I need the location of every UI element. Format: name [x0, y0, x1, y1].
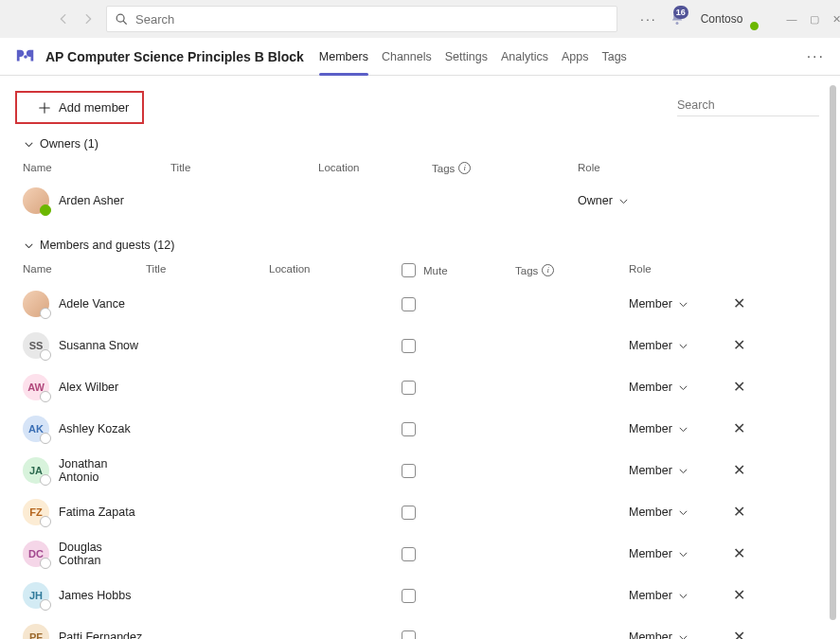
member-name: Fatima Zapata — [59, 506, 135, 519]
col-location: Location — [269, 263, 402, 277]
remove-member-button[interactable]: ✕ — [733, 462, 745, 478]
member-search[interactable] — [677, 98, 819, 116]
tab-tags[interactable]: Tags — [601, 38, 626, 75]
mute-all-checkbox[interactable] — [402, 263, 416, 277]
table-row: SSSusanna Snow Member ✕ — [15, 325, 819, 366]
activity-button[interactable]: 16 — [669, 9, 686, 29]
add-member-button[interactable]: Add member — [15, 91, 144, 124]
svg-point-4 — [27, 51, 31, 55]
table-row: DCDouglas Cothran Member ✕ — [15, 533, 819, 575]
remove-member-button[interactable]: ✕ — [733, 545, 745, 561]
members-section-toggle[interactable]: Members and guests (12) — [15, 239, 819, 252]
role-dropdown[interactable]: Member — [629, 339, 688, 352]
team-header: AP Computer Science Principles B Block M… — [0, 38, 840, 76]
tab-settings[interactable]: Settings — [445, 38, 488, 75]
search-icon — [115, 12, 128, 26]
window-minimize-button[interactable]: — — [786, 14, 796, 25]
tab-channels[interactable]: Channels — [382, 38, 432, 75]
owners-section-toggle[interactable]: Owners (1) — [15, 137, 819, 151]
col-location: Location — [318, 162, 432, 174]
remove-member-button[interactable]: ✕ — [733, 337, 745, 353]
chevron-down-icon — [678, 507, 688, 518]
role-dropdown[interactable]: Member — [629, 589, 688, 602]
remove-member-button[interactable]: ✕ — [733, 379, 745, 395]
col-name: Name — [23, 263, 146, 277]
role-dropdown[interactable]: Member — [629, 464, 688, 477]
mute-checkbox[interactable] — [402, 506, 416, 520]
content-area: Add member Owners (1) Name Title Locatio… — [0, 76, 840, 639]
chevron-down-icon — [678, 632, 688, 640]
avatar: PF — [23, 624, 49, 639]
mute-checkbox[interactable] — [402, 547, 416, 561]
table-row: AWAlex Wilber Member ✕ — [15, 366, 819, 408]
role-dropdown[interactable]: Member — [629, 422, 688, 435]
global-search[interactable] — [106, 6, 617, 32]
chevron-down-icon — [24, 139, 34, 150]
svg-point-2 — [675, 22, 678, 25]
chevron-down-icon — [678, 424, 688, 435]
role-dropdown[interactable]: Member — [629, 506, 688, 519]
col-tags: Tags i — [515, 263, 629, 277]
member-name: Ashley Kozak — [59, 422, 131, 435]
scrollbar[interactable] — [830, 85, 836, 620]
remove-member-button[interactable]: ✕ — [733, 295, 745, 311]
tab-members[interactable]: Members — [319, 38, 368, 75]
member-name: Adele Vance — [59, 297, 125, 311]
avatar — [23, 187, 49, 214]
member-name: Douglas Cothran — [59, 541, 146, 567]
tab-analytics[interactable]: Analytics — [501, 38, 548, 75]
mute-checkbox[interactable] — [402, 422, 416, 436]
owners-columns: Name Title Location Tags i Role — [15, 151, 819, 180]
members-columns: Name Title Location Mute Tags i Role — [15, 252, 819, 283]
team-tabs: MembersChannelsSettingsAnalyticsAppsTags — [319, 38, 627, 75]
tab-apps[interactable]: Apps — [562, 38, 589, 75]
nav-back-button[interactable] — [57, 9, 70, 29]
table-row: AKAshley Kozak Member ✕ — [15, 408, 819, 450]
avatar: JA — [23, 457, 49, 484]
avatar: SS — [23, 332, 49, 359]
mute-checkbox[interactable] — [402, 381, 416, 395]
add-member-label: Add member — [59, 100, 129, 115]
member-name: James Hobbs — [59, 589, 131, 602]
member-name: Jonathan Antonio — [59, 457, 146, 484]
window-controls: — ▢ ✕ — [786, 14, 840, 25]
col-name: Name — [23, 162, 170, 174]
remove-member-button[interactable]: ✕ — [733, 629, 745, 639]
role-dropdown[interactable]: Member — [629, 381, 688, 394]
team-icon — [15, 46, 36, 67]
global-search-input[interactable] — [135, 12, 609, 27]
member-search-input[interactable] — [677, 98, 826, 112]
info-icon[interactable]: i — [542, 264, 554, 276]
more-options-button[interactable]: ··· — [640, 9, 657, 29]
info-icon[interactable]: i — [458, 162, 471, 174]
mute-checkbox[interactable] — [402, 339, 416, 353]
role-dropdown[interactable]: Member — [629, 547, 688, 560]
members-section-title: Members and guests (12) — [40, 239, 174, 252]
svg-point-3 — [21, 51, 25, 55]
avatar: FZ — [23, 499, 49, 525]
remove-member-button[interactable]: ✕ — [733, 587, 745, 603]
mute-checkbox[interactable] — [402, 464, 416, 478]
chevron-left-icon — [57, 12, 70, 26]
role-dropdown[interactable]: Member — [629, 630, 688, 639]
table-row: JHJames Hobbs Member ✕ — [15, 575, 819, 616]
team-overflow-button[interactable]: ··· — [807, 48, 825, 65]
window-close-button[interactable]: ✕ — [832, 14, 840, 25]
avatar: AW — [23, 374, 49, 400]
org-name-label: Contoso — [701, 12, 743, 26]
chevron-down-icon — [678, 341, 688, 351]
member-name: Susanna Snow — [59, 339, 138, 352]
chevron-down-icon — [678, 466, 688, 476]
remove-member-button[interactable]: ✕ — [733, 420, 745, 436]
col-tags: Tags i — [432, 162, 578, 174]
avatar: DC — [23, 541, 49, 567]
mute-checkbox[interactable] — [402, 630, 416, 640]
mute-checkbox[interactable] — [402, 297, 416, 311]
role-dropdown[interactable]: Member — [629, 297, 688, 311]
window-maximize-button[interactable]: ▢ — [810, 14, 819, 25]
remove-member-button[interactable]: ✕ — [733, 504, 745, 520]
mute-checkbox[interactable] — [402, 589, 416, 603]
role-dropdown[interactable]: Owner — [578, 194, 629, 207]
nav-forward-button[interactable] — [81, 9, 95, 29]
svg-line-1 — [123, 21, 126, 24]
